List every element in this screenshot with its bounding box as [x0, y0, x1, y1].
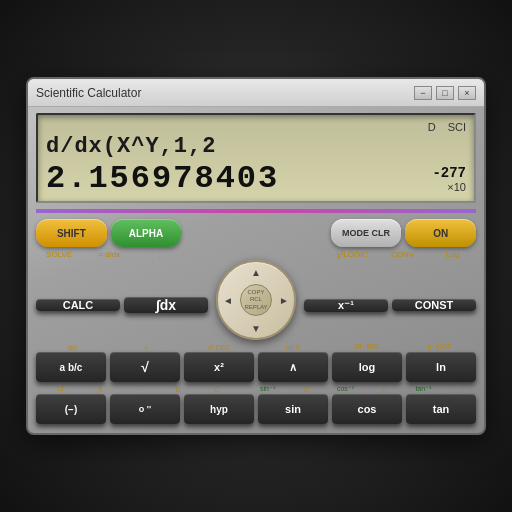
sub-bin: 10ˣ BIN [331, 343, 400, 351]
sin-button[interactable]: sin [258, 394, 328, 424]
sub-cosinv: cos⁻¹ [322, 385, 369, 393]
indicator-d: D [428, 121, 436, 133]
sub-e: E [373, 386, 396, 393]
sub-d: D [295, 386, 318, 393]
nav-center-button[interactable]: COPY RCL REPLAY [240, 284, 272, 316]
integral-symbol: ∫dx [156, 297, 176, 313]
sub-label-log: Logᵢ [430, 250, 476, 259]
calculator-body: Scientific Calculator − □ × D SCI d/dx(X… [26, 77, 486, 435]
nav-up-button[interactable]: ▲ [248, 264, 264, 280]
nav-left-button[interactable]: ◄ [220, 292, 236, 308]
shift-button[interactable]: SHIFT [36, 219, 107, 247]
row-calc-nav: CALC ∫dx ▲ ▼ ◄ ► COPY RCL REPL [36, 260, 476, 340]
hyp-button[interactable]: hyp [184, 394, 254, 424]
alpha-button[interactable]: ALPHA [111, 219, 182, 247]
sqrt-button[interactable]: √ [110, 352, 180, 382]
replay-label: REPLAY [244, 304, 267, 311]
const-wrapper: CONST [392, 289, 476, 311]
display-exponent-area: -277 ×10 [432, 165, 466, 193]
sub-label-ddx: = d/dx [86, 250, 132, 259]
sub-r: r∠ [38, 385, 85, 393]
mode-clr-button[interactable]: MODE CLR [331, 219, 402, 247]
log-button[interactable]: log [332, 352, 402, 382]
sub-sininv: sin⁻¹ [244, 385, 291, 393]
accent-line [36, 209, 476, 213]
wedge-button[interactable]: ∧ [258, 352, 328, 382]
rcl-label: RCL [244, 296, 267, 303]
row-trig: (−) o '' hyp sin cos tan [36, 394, 476, 424]
nav-center-labels: COPY RCL REPLAY [244, 289, 267, 311]
sub-f: F [451, 386, 474, 393]
row-abc: a b/c √ x² ∧ log ln [36, 352, 476, 382]
close-button[interactable]: × [458, 86, 476, 100]
row-shift-alpha: SHIFT ALPHA MODE CLR ON [36, 219, 476, 247]
sub-labels-row-3: r∠ A ← B C sin⁻¹ D cos⁻¹ E tan⁻¹ F [36, 385, 476, 393]
sub-label-conv: CONV [380, 250, 426, 259]
sub-arr: ← [116, 386, 163, 393]
sub-oct: eˣ OCT [405, 343, 474, 351]
on-button[interactable]: ON [405, 219, 476, 247]
window-title: Scientific Calculator [36, 86, 414, 100]
sub-root: √ [111, 344, 180, 351]
xinv-wrapper: x⁻¹ [304, 289, 388, 312]
sub-x3dec: x³ DEC [185, 344, 254, 351]
copy-label: COPY [244, 289, 267, 296]
sub-label-colon: : [136, 250, 182, 259]
integral-wrapper: ∫dx [124, 287, 208, 313]
calc-wrapper: CALC [36, 289, 120, 311]
nav-right-button[interactable]: ► [276, 292, 292, 308]
display-number: 2.156978403 [46, 163, 279, 195]
x2-button[interactable]: x² [184, 352, 254, 382]
const-button[interactable]: CONST [392, 299, 476, 311]
sub-c: C [194, 386, 241, 393]
sub-label-logic: χ²LOGIC [329, 250, 375, 259]
deg-min-button[interactable]: o '' [110, 394, 180, 424]
sub-labels-row-1: SOLVE = d/dx : χ²LOGIC CONV Logᵢ [36, 250, 476, 259]
display-expression: d/dx(X^Y,1,2 [46, 135, 466, 163]
restore-button[interactable]: □ [436, 86, 454, 100]
nav-cluster: ▲ ▼ ◄ ► COPY RCL REPLAY [216, 260, 296, 340]
display-main-row: 2.156978403 -277 ×10 [46, 163, 466, 195]
sub-label-solve: SOLVE [36, 250, 82, 259]
sub-a: A [89, 386, 112, 393]
button-section: SHIFT ALPHA MODE CLR ON SOLVE = d/dx : χ… [28, 217, 484, 433]
sub-dc: d/c [38, 344, 107, 351]
neg-button[interactable]: (−) [36, 394, 106, 424]
cos-button[interactable]: cos [332, 394, 402, 424]
nav-down-button[interactable]: ▼ [248, 320, 264, 336]
indicator-sci: SCI [448, 121, 466, 133]
sub-labels-row-2: d/c √ x³ DEC HEX 10ˣ BIN eˣ OCT [36, 343, 476, 351]
calculator-display: D SCI d/dx(X^Y,1,2 2.156978403 -277 ×10 [36, 113, 476, 203]
minimize-button[interactable]: − [414, 86, 432, 100]
sub-b: B [166, 386, 189, 393]
tan-button[interactable]: tan [406, 394, 476, 424]
display-indicators: D SCI [46, 121, 466, 133]
abc-button[interactable]: a b/c [36, 352, 106, 382]
calc-button[interactable]: CALC [36, 299, 120, 311]
window-controls: − □ × [414, 86, 476, 100]
sub-hex: HEX [258, 344, 327, 351]
x-inverse-button[interactable]: x⁻¹ [304, 299, 388, 312]
title-bar: Scientific Calculator − □ × [28, 79, 484, 107]
integral-button[interactable]: ∫dx [124, 297, 208, 313]
display-x10: ×10 [447, 181, 466, 193]
display-exponent: -277 [432, 165, 466, 181]
ln-button[interactable]: ln [406, 352, 476, 382]
sub-taninv: tan⁻¹ [400, 385, 447, 393]
